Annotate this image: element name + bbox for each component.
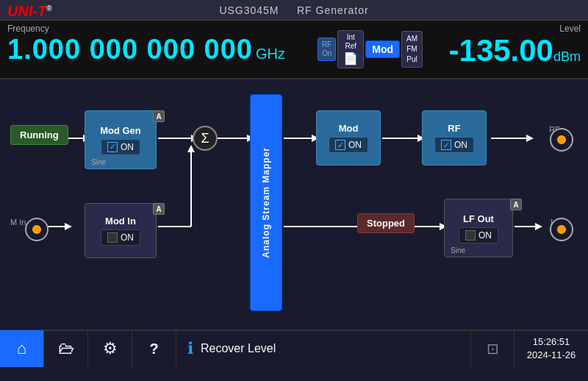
svg-marker-11 (526, 135, 534, 142)
mod-in-on-toggle[interactable]: ON (101, 229, 140, 246)
mod-in-a-badge: A (153, 203, 165, 215)
mod-gen-a-badge: A (153, 110, 165, 122)
recover-section: ℹ Recover Level (176, 339, 470, 358)
rf-connector (550, 128, 573, 152)
settings-button[interactable]: ⚙ (88, 330, 132, 367)
mod-gen-checkbox[interactable] (107, 142, 118, 152)
rf-on-toggle[interactable]: ON (434, 137, 474, 153)
rf-on-button[interactable]: RF On (318, 38, 336, 61)
mod-gen-on-toggle[interactable]: ON (101, 139, 140, 155)
help-button[interactable]: ? (132, 330, 176, 367)
home-button[interactable]: ⌂ (0, 330, 44, 367)
m-in-label: M In (10, 218, 26, 227)
folder-button[interactable]: 🗁 (44, 330, 88, 367)
lf-connector (550, 218, 573, 241)
level-unit: dBm (553, 49, 581, 65)
device-icon: ⊡ (487, 340, 499, 357)
mod-box[interactable]: Mod ON (316, 110, 381, 165)
gear-icon: ⚙ (103, 339, 118, 358)
rf-box[interactable]: RF ON (422, 110, 487, 165)
level-value: -135.00 (449, 35, 553, 66)
svg-marker-16 (187, 145, 195, 152)
device-button[interactable]: ⊡ (470, 330, 514, 367)
svg-marker-13 (65, 223, 72, 230)
mod-on-toggle[interactable]: ON (329, 137, 368, 153)
lf-out-checkbox[interactable] (465, 230, 476, 241)
footer-datetime: 15:26:51 2024-11-26 (514, 335, 588, 362)
stream-mapper-box: Analog Stream Mapper (250, 94, 282, 311)
level-label: Level (434, 24, 581, 34)
svg-marker-20 (535, 223, 542, 230)
control-buttons-area: RF On Int Ref 📄 Mod AM FM Pul (314, 21, 426, 78)
mod-button[interactable]: Mod (365, 40, 400, 58)
lf-out-a-badge: A (510, 199, 522, 210)
home-icon: ⌂ (17, 339, 26, 358)
recover-label: Recover Level (201, 342, 276, 355)
mod-checkbox[interactable] (335, 140, 345, 150)
folder-icon: 🗁 (58, 339, 74, 358)
frequency-unit: GHz (256, 46, 285, 63)
header-model: USG3045M RF Generator (219, 4, 368, 16)
sigma-circle: Σ (193, 126, 218, 151)
mod-gen-box[interactable]: Mod Gen ON Sine (85, 110, 157, 169)
mod-in-box[interactable]: Mod In ON (85, 203, 157, 258)
frequency-value: 1.000 000 000 000 (7, 35, 253, 63)
stopped-badge: Stopped (357, 213, 415, 233)
info-icon: ℹ (187, 339, 193, 358)
m-in-connector (25, 218, 49, 241)
footer: ⌂ 🗁 ⚙ ? ℹ Recover Level ⊡ 15:26:51 2024-… (0, 330, 588, 366)
lf-out-box[interactable]: LF Out ON Sine (444, 199, 513, 257)
running-badge: Running (10, 125, 68, 145)
lf-out-on-toggle[interactable]: ON (459, 227, 498, 243)
unit-logo: UNI-T® (7, 3, 52, 20)
int-ref-button[interactable]: Int Ref 📄 (337, 30, 364, 68)
help-icon: ? (149, 341, 158, 357)
rf-checkbox[interactable] (441, 140, 451, 150)
diagram-area: Running Mod Gen ON Sine A Σ Analog Strea… (0, 79, 588, 330)
frequency-label: Frequency (7, 24, 306, 34)
mod-in-checkbox[interactable] (107, 232, 118, 243)
am-fm-pul-button[interactable]: AM FM Pul (401, 31, 423, 68)
